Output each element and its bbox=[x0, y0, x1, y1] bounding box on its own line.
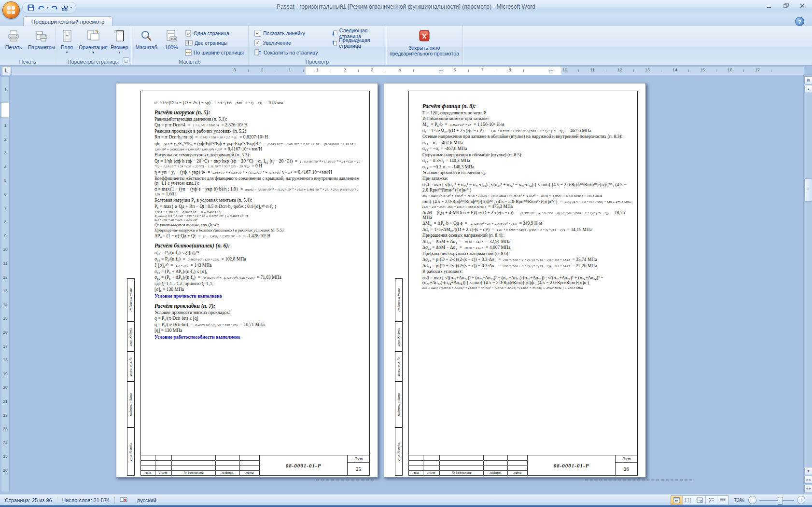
web-layout-view-button[interactable] bbox=[694, 496, 706, 505]
page-width-label: По ширине страницы bbox=[194, 50, 244, 55]
title-block-cell bbox=[409, 455, 423, 460]
next-page-button[interactable]: Следующая страница bbox=[330, 29, 386, 38]
status-word-count[interactable]: Число слов: 21 574 bbox=[57, 494, 114, 506]
status-language[interactable]: русский bbox=[132, 494, 161, 506]
print-button[interactable]: Печать bbox=[0, 28, 27, 59]
title-block-cell bbox=[240, 466, 259, 470]
zoom-slider[interactable] bbox=[759, 500, 794, 501]
one-page-button[interactable]: Одна страница bbox=[183, 29, 247, 38]
indent-marker[interactable] bbox=[439, 68, 443, 73]
status-page-indicator[interactable]: Страница: 25 из 96 bbox=[0, 494, 57, 506]
sheet-number: 26 bbox=[616, 463, 637, 475]
scroll-down-button[interactable]: ▼ bbox=[804, 467, 812, 475]
formula-result: = 71,03 МПа bbox=[254, 275, 281, 280]
zoom-slider-handle[interactable] bbox=[778, 497, 783, 505]
dialog-launcher-icon[interactable]: ◱ bbox=[123, 57, 129, 64]
page-width-button[interactable]: По ширине страницы bbox=[183, 48, 247, 57]
web-layout-icon bbox=[697, 497, 703, 503]
scrollbar-thumb[interactable] bbox=[804, 178, 812, 202]
content-line: Δσ₂₃ = p·(D + 2·c)/(2·(s − c)) + 0.3·Δσ₁… bbox=[422, 257, 633, 262]
ruler-tick bbox=[468, 69, 469, 72]
title-block-cell bbox=[141, 461, 155, 466]
print-layout-view-button[interactable] bbox=[671, 496, 683, 505]
next-page-scroll-button[interactable]: ⏷⏷ bbox=[804, 485, 812, 493]
close-button[interactable] bbox=[798, 2, 807, 9]
title-block-grid: Изм.Лист№ документаПодписьДата bbox=[409, 455, 528, 475]
ruler-number: 17 bbox=[755, 68, 760, 72]
draft-view-button[interactable] bbox=[717, 496, 728, 505]
print-layout-icon bbox=[673, 497, 680, 503]
content-line: Qt учитывается только при Qt<0; bbox=[154, 222, 365, 227]
ruler-number: 4 bbox=[1, 164, 9, 169]
stamp-side-label-text: Подпись и дата bbox=[397, 393, 401, 416]
zoom-in-button[interactable]: + bbox=[797, 496, 805, 504]
undo-dropdown-caret[interactable]: ▾ bbox=[47, 6, 49, 10]
redo-button[interactable] bbox=[50, 3, 59, 12]
restore-button[interactable] bbox=[781, 2, 791, 9]
qat-customize-button[interactable]: ▾ bbox=[70, 6, 72, 10]
outline-icon bbox=[708, 497, 714, 503]
orientation-button[interactable]: Ориентация ▼ bbox=[79, 28, 107, 59]
undo-button[interactable] bbox=[37, 3, 45, 12]
equals-sign: = bbox=[188, 322, 196, 327]
zoom-level[interactable]: 73% bbox=[734, 497, 744, 503]
formula-result: = 0 Н bbox=[250, 164, 262, 168]
title-block-cell bbox=[141, 455, 155, 460]
zoom-button[interactable]: Масштаб bbox=[133, 28, 160, 59]
group-close-preview: X Закрыть окно предварительного просмотр… bbox=[386, 26, 463, 65]
find-button[interactable] bbox=[60, 3, 69, 12]
vertical-ruler[interactable]: 1123456789101112131415161718192021222324… bbox=[1, 76, 10, 492]
ruler-toggle-button[interactable]: ▤ bbox=[804, 76, 812, 84]
tab-print-preview[interactable]: Предварительный просмотр bbox=[23, 16, 112, 27]
ruler-number: 1 bbox=[1, 123, 9, 128]
print-options-button[interactable]: Параметры bbox=[28, 28, 55, 59]
help-button[interactable]: ? bbox=[795, 17, 804, 26]
zoom-out-button[interactable]: − bbox=[748, 496, 756, 504]
stamp-side-label: Инв. № дубл. bbox=[127, 322, 135, 352]
substituted-values: (0,4625·10⁵ + -1,428·10⁵) / (20 * 225) bbox=[203, 276, 254, 280]
save-button[interactable] bbox=[27, 3, 35, 12]
equals-sign: = bbox=[168, 263, 176, 268]
content-line: При затяжке: bbox=[422, 176, 633, 181]
horizontal-ruler[interactable]: 32112346781011121314151617 bbox=[12, 66, 804, 75]
vertical-scrollbar[interactable]: ▤ ▲ ▼ ⏶⏶ ⏷⏷ bbox=[803, 75, 812, 494]
office-button[interactable] bbox=[2, 1, 20, 19]
ruler-number: 17 bbox=[1, 344, 9, 349]
previous-page-button[interactable]: Предыдущая страница bbox=[330, 39, 386, 47]
formula-definition: ΔM₀₁ = ΔP₆·b + Qд·e bbox=[422, 221, 462, 226]
fullscreen-reading-view-button[interactable] bbox=[683, 496, 694, 505]
formula-definition: η = yп + y₆ + (yф + yкр)·b² bbox=[154, 170, 205, 175]
show-ruler-checkbox[interactable]: ✓ Показать линейку bbox=[252, 29, 325, 38]
ruler-number: 12 bbox=[1, 275, 9, 280]
close-print-preview-button[interactable]: X Закрыть окно предварительного просмотр… bbox=[388, 28, 461, 61]
size-button[interactable]: Размер ▼ bbox=[108, 28, 131, 59]
magnifier-checkbox[interactable]: ✓ Увеличение bbox=[252, 39, 325, 47]
shrink-one-page-button[interactable]: Сократить на страницу bbox=[252, 48, 325, 57]
shrink-page-icon bbox=[254, 49, 262, 56]
content-line: Осевые напряжения при затяжке в обечайке… bbox=[422, 134, 633, 139]
margins-button[interactable]: Поля ▼ bbox=[56, 28, 78, 59]
title-block-row bbox=[141, 461, 259, 466]
indent-marker[interactable] bbox=[549, 68, 553, 73]
scroll-up-button[interactable]: ▲ bbox=[804, 85, 812, 93]
undo-icon bbox=[38, 5, 45, 11]
ruler-number: 14 bbox=[672, 68, 677, 72]
two-pages-button[interactable]: Две страницы bbox=[183, 39, 247, 47]
minimize-button[interactable] bbox=[765, 2, 774, 9]
outline-view-button[interactable] bbox=[706, 496, 717, 505]
ruler-number: 1 bbox=[1, 87, 9, 92]
status-proofing[interactable] bbox=[115, 494, 132, 506]
window-title: Passat - горизонтальный1 [Режим ограниче… bbox=[145, 3, 667, 10]
tab-selector-button[interactable]: L bbox=[2, 66, 11, 75]
zoom-button-label: Масштаб bbox=[136, 44, 157, 50]
checkbox-checked-icon: ✓ bbox=[254, 40, 261, 46]
ruler-number: 12 bbox=[617, 68, 622, 72]
title-block-cell bbox=[216, 461, 240, 466]
substituted-values: 100 * (500 + 2 * 2) / (2 * (15 − 2)) − 0… bbox=[503, 264, 570, 268]
content-line: σs0 = max{ √((467,6 + 32,91)² + (140,3 +… bbox=[422, 286, 633, 290]
content-line: Расчёт болтов(шпилек) (п. 6): bbox=[154, 243, 365, 248]
ruler-number: 22 bbox=[1, 413, 9, 418]
fullscreen-reading-icon bbox=[685, 497, 691, 503]
zoom-100-button[interactable]: 100 100% bbox=[161, 28, 182, 59]
previous-page-scroll-button[interactable]: ⏶⏶ bbox=[804, 476, 812, 484]
